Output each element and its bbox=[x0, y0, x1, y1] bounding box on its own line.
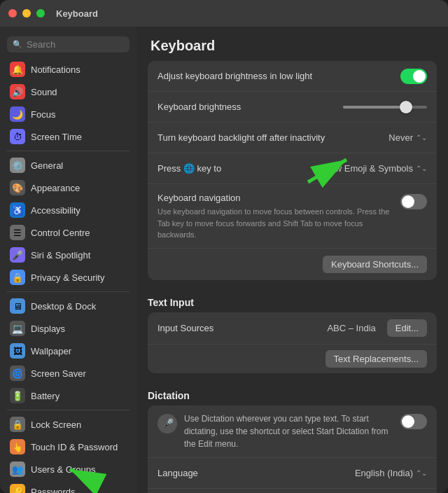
sidebar-item-screensaver[interactable]: 🌀Screen Saver bbox=[3, 362, 134, 384]
sidebar-item-notifications[interactable]: 🔔Notifications bbox=[3, 58, 134, 81]
window-title: Keyboard bbox=[56, 8, 98, 19]
sidebar-item-screentime[interactable]: ⏱Screen Time bbox=[3, 125, 134, 148]
sidebar-label-screentime: Screen Time bbox=[31, 132, 82, 142]
search-box[interactable]: 🔍 bbox=[7, 36, 130, 53]
keyboard-brightness-card: Adjust keyboard brightness in low light … bbox=[148, 61, 437, 280]
input-sources-label: Input Sources bbox=[158, 323, 321, 333]
sidebar-divider bbox=[7, 291, 130, 292]
main-panel: Keyboard Adjust keyboard brightness in l… bbox=[136, 27, 448, 493]
passwords-icon: 🔑 bbox=[10, 484, 25, 493]
panel-title: Keyboard bbox=[136, 27, 448, 61]
mic-icon: 🎤 bbox=[158, 414, 177, 433]
sidebar-item-battery[interactable]: 🔋Battery bbox=[3, 384, 134, 407]
sidebar-item-sound[interactable]: 🔊Sound bbox=[3, 81, 134, 103]
minimize-button[interactable] bbox=[22, 9, 31, 18]
sidebar-item-general[interactable]: ⚙️General bbox=[3, 154, 134, 176]
sidebar-label-wallpaper: Wallpaper bbox=[31, 346, 71, 356]
displays-icon: 💻 bbox=[10, 321, 25, 336]
language-value: English (India) bbox=[355, 468, 413, 478]
press-key-label: Press 🌐 key to bbox=[158, 163, 319, 174]
input-sources-row: Input Sources ABC – India Edit... bbox=[148, 312, 437, 345]
controlcentre-icon: ☰ bbox=[10, 225, 25, 240]
sidebar-item-appearance[interactable]: 🎨Appearance bbox=[3, 176, 134, 199]
desktop-icon: 🖥 bbox=[10, 298, 25, 314]
adjust-brightness-toggle[interactable] bbox=[400, 69, 427, 84]
focus-icon: 🌙 bbox=[10, 106, 25, 122]
sidebar-item-passwords[interactable]: 🔑Passwords bbox=[3, 480, 134, 493]
language-chevron: ⌃⌄ bbox=[416, 469, 427, 477]
sidebar-item-wallpaper[interactable]: 🖼Wallpaper bbox=[3, 340, 134, 362]
sound-icon: 🔊 bbox=[10, 84, 25, 99]
close-button[interactable] bbox=[8, 9, 17, 18]
search-input[interactable] bbox=[27, 39, 124, 50]
keyboard-nav-row: Keyboard navigation Use keyboard navigat… bbox=[148, 184, 437, 249]
dictation-note-text: Use Dictation wherever you can type text… bbox=[184, 412, 393, 450]
sidebar-label-sound: Sound bbox=[31, 87, 57, 97]
sidebar-label-controlcentre: Control Centre bbox=[31, 228, 90, 238]
mic-source-row: Microphone source Automatic (MacBook Air… bbox=[148, 489, 437, 494]
sidebar-divider bbox=[7, 410, 130, 410]
sidebar-item-accessibility[interactable]: ♿Accessibility bbox=[3, 199, 134, 221]
main-section: Adjust keyboard brightness in low light … bbox=[136, 61, 448, 493]
lockscreen-icon: 🔒 bbox=[10, 417, 25, 432]
sidebar-item-users[interactable]: 👥Users & Groups bbox=[3, 458, 134, 480]
maximize-button[interactable] bbox=[36, 9, 45, 18]
sidebar-item-controlcentre[interactable]: ☰Control Centre bbox=[3, 221, 134, 244]
search-icon: 🔍 bbox=[13, 40, 22, 49]
keyboard-shortcuts-button[interactable]: Keyboard Shortcuts... bbox=[323, 256, 427, 273]
adjust-brightness-label: Adjust keyboard brightness in low light bbox=[158, 71, 400, 81]
language-label: Language bbox=[158, 468, 355, 478]
sidebar-label-desktop: Desktop & Dock bbox=[31, 301, 96, 312]
privacy-icon: 🔒 bbox=[10, 270, 25, 285]
press-key-dropdown[interactable]: Show Emoji & Symbols ⌃⌄ bbox=[319, 163, 427, 174]
sidebar-item-displays[interactable]: 💻Displays bbox=[3, 317, 134, 340]
sidebar-items-container: 🔔Notifications🔊Sound🌙Focus⏱Screen Time⚙️… bbox=[0, 58, 136, 493]
brightness-slider-container[interactable] bbox=[293, 106, 428, 109]
sidebar-item-focus[interactable]: 🌙Focus bbox=[3, 103, 134, 125]
sidebar-item-privacy[interactable]: 🔒Privacy & Security bbox=[3, 266, 134, 289]
text-replacements-row: Text Replacements... bbox=[148, 345, 437, 373]
dictation-toggle[interactable] bbox=[400, 414, 427, 429]
keyboard-nav-toggle[interactable] bbox=[400, 194, 427, 209]
input-sources-value: ABC – India bbox=[327, 323, 375, 333]
general-icon: ⚙️ bbox=[10, 158, 25, 173]
sidebar-label-privacy: Privacy & Security bbox=[31, 272, 104, 283]
search-container: 🔍 bbox=[0, 32, 136, 58]
edit-button[interactable]: Edit... bbox=[387, 319, 427, 337]
sidebar-label-accessibility: Accessibility bbox=[31, 205, 80, 216]
users-icon: 👥 bbox=[10, 461, 25, 477]
language-dropdown[interactable]: English (India) ⌃⌄ bbox=[355, 468, 427, 478]
keyboard-brightness-label: Keyboard brightness bbox=[158, 102, 293, 112]
press-key-row: Press 🌐 key to Show Emoji & Symbols ⌃⌄ bbox=[148, 153, 437, 184]
text-input-card: Input Sources ABC – India Edit... Text R… bbox=[148, 312, 437, 373]
press-key-value: Show Emoji & Symbols bbox=[319, 163, 413, 174]
sidebar-item-desktop[interactable]: 🖥Desktop & Dock bbox=[3, 295, 134, 317]
screensaver-icon: 🌀 bbox=[10, 366, 25, 381]
sidebar-label-focus: Focus bbox=[31, 109, 55, 120]
battery-icon: 🔋 bbox=[10, 388, 25, 403]
accessibility-icon: ♿ bbox=[10, 202, 25, 218]
turn-off-value: Never bbox=[388, 132, 413, 143]
turn-off-row: Turn keyboard backlight off after inacti… bbox=[148, 123, 437, 153]
sidebar-item-lockscreen[interactable]: 🔒Lock Screen bbox=[3, 413, 134, 436]
sidebar-label-screensaver: Screen Saver bbox=[31, 368, 86, 379]
sidebar-label-touchid: Touch ID & Password bbox=[31, 442, 118, 452]
dictation-note-row: 🎤 Use Dictation wherever you can type te… bbox=[148, 405, 437, 458]
dictation-card: 🎤 Use Dictation wherever you can type te… bbox=[148, 405, 437, 494]
keyboard-brightness-row: Keyboard brightness bbox=[148, 92, 437, 123]
keyboard-nav-label: Keyboard navigation bbox=[158, 193, 392, 203]
turn-off-dropdown[interactable]: Never ⌃⌄ bbox=[388, 132, 427, 143]
kbd-shortcuts-btn-wrap: Keyboard Shortcuts... bbox=[148, 249, 437, 280]
adjust-brightness-row: Adjust keyboard brightness in low light bbox=[148, 61, 437, 92]
text-replacements-button[interactable]: Text Replacements... bbox=[326, 350, 427, 368]
press-key-chevron: ⌃⌄ bbox=[416, 165, 427, 172]
sidebar-label-siri: Siri & Spotlight bbox=[31, 250, 90, 261]
sidebar-label-battery: Battery bbox=[31, 391, 59, 401]
turn-off-label: Turn keyboard backlight off after inacti… bbox=[158, 132, 388, 143]
keyboard-nav-desc: Use keyboard navigation to move focus be… bbox=[158, 206, 392, 241]
sidebar-item-siri[interactable]: 🎤Siri & Spotlight bbox=[3, 244, 134, 266]
brightness-slider-track[interactable] bbox=[343, 106, 427, 109]
titlebar: Keyboard bbox=[0, 0, 448, 27]
wallpaper-icon: 🖼 bbox=[10, 343, 25, 359]
sidebar-item-touchid[interactable]: 👆Touch ID & Password bbox=[3, 436, 134, 458]
